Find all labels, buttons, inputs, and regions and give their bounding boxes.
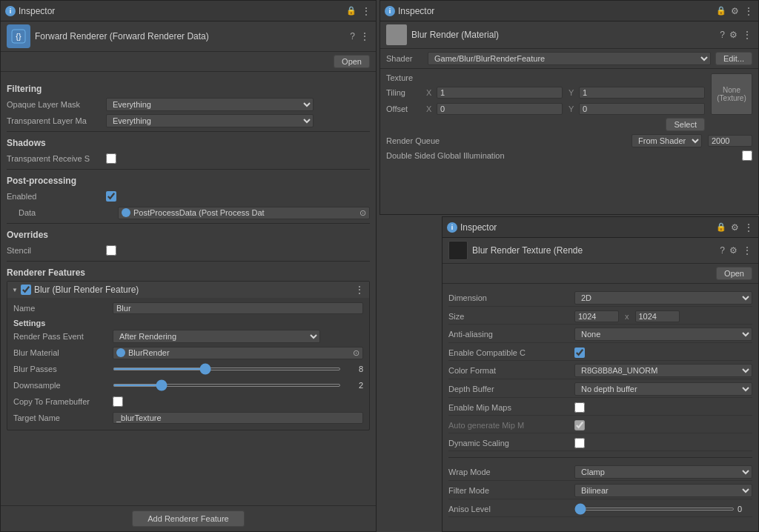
asset3-menu[interactable]: ⋮ (742, 245, 752, 256)
lock-icon2[interactable]: 🔒 (716, 6, 726, 16)
tiling-y-group: Y (569, 87, 705, 99)
size-width-input[interactable] (574, 310, 619, 322)
wrap-mode-select[interactable]: Clamp (574, 465, 752, 479)
post-data-ref[interactable]: PostProcessData (Post Process Dat ⊙ (118, 207, 370, 219)
double-sided-check[interactable] (742, 150, 752, 161)
panel1-menu-icon[interactable]: ⋮ (361, 5, 371, 17)
depth-buffer-select[interactable]: No depth buffer (574, 382, 752, 396)
asset2-title: Blur Render (Material) (411, 30, 715, 40)
downsample-slider-row: 2 (113, 381, 363, 390)
transparent-select[interactable]: Everything (106, 114, 314, 127)
downsample-slider[interactable] (113, 384, 341, 387)
panel2-header: i Inspector 🔒 ⚙ ⋮ (380, 1, 758, 21)
dimension-row: Dimension 2D (448, 290, 752, 307)
enable-mip-check[interactable] (574, 402, 585, 413)
lock-icon3[interactable]: 🔒 (716, 222, 726, 232)
blur-passes-value: 8 (345, 365, 363, 373)
aniso-slider[interactable] (574, 508, 735, 511)
panel3-menu-icon[interactable]: ⋮ (743, 222, 754, 233)
blur-mat-expand[interactable]: ⊙ (353, 348, 359, 358)
target-input[interactable] (113, 412, 363, 424)
aniso-number: 0 (738, 505, 752, 513)
help-icon[interactable]: ? (350, 31, 355, 41)
blur-passes-slider[interactable] (113, 368, 341, 370)
panel2-controls: 🔒 ⚙ ⋮ (716, 5, 754, 17)
dimension-select[interactable]: 2D (574, 291, 752, 305)
settings-icon2[interactable]: ⚙ (729, 30, 738, 40)
render-pass-select[interactable]: After Rendering (113, 330, 320, 343)
blur-material-label: Blur Material (13, 348, 110, 357)
open-button[interactable]: Open (334, 55, 370, 68)
double-sided-label: Double Sided Global Illumination (386, 151, 505, 160)
size-height-input[interactable] (635, 310, 680, 322)
enable-compat-check[interactable] (574, 348, 585, 358)
panel2-menu-icon[interactable]: ⋮ (743, 5, 754, 17)
add-renderer-feature-button[interactable]: Add Renderer Feature (132, 511, 244, 527)
offset-label: Offset (386, 104, 423, 113)
lock-icon[interactable]: 🔒 (346, 6, 357, 16)
panel1-title: Inspector (19, 6, 343, 16)
render-queue-value-input[interactable] (708, 135, 752, 147)
name-row: Name Blur (13, 301, 363, 316)
blur-feature-header[interactable]: ▼ Blur (Blur Render Feature) ⋮ (7, 282, 369, 298)
aniso-label: Aniso Level (448, 505, 574, 513)
asset-menu-icon[interactable]: ⋮ (359, 30, 370, 42)
name-input[interactable]: Blur (113, 302, 363, 314)
shadows-header: Shadows (7, 138, 370, 148)
filter-mode-value: Bilinear (574, 484, 752, 497)
copy-check[interactable] (113, 396, 123, 407)
none-texture-box[interactable]: None (Texture) (711, 73, 752, 115)
color-format-select[interactable]: R8G8B8A8_UNORM (574, 364, 752, 377)
offset-x-input[interactable] (437, 103, 563, 115)
auto-mip-check[interactable] (574, 420, 585, 430)
open-button3[interactable]: Open (716, 267, 752, 280)
renderer-features-header: Renderer Features (7, 267, 370, 278)
panel2-title: Inspector (398, 6, 713, 16)
antialiasing-select[interactable]: None (574, 327, 752, 341)
asset2-header: Blur Render (Material) ? ⚙ ⋮ (380, 21, 758, 49)
select-btn-row: Select (386, 118, 705, 131)
shader-select[interactable]: Game/Blur/BlurRenderFeature (428, 52, 711, 65)
asset2-menu[interactable]: ⋮ (742, 29, 752, 41)
dynamic-scaling-check[interactable] (574, 438, 585, 448)
panel3-settings-icon[interactable]: ⚙ (731, 222, 739, 233)
edit-button[interactable]: Edit... (715, 52, 752, 65)
blur-feature-menu[interactable]: ⋮ (354, 284, 365, 296)
post-data-expand[interactable]: ⊙ (359, 208, 366, 218)
enabled-check[interactable] (106, 191, 116, 202)
settings-icon3[interactable]: ⚙ (729, 245, 738, 256)
blur-material-ref[interactable]: BlurRender ⊙ (113, 347, 363, 359)
help-icon3[interactable]: ? (720, 245, 725, 256)
copy-framebuffer-row: Copy To Framebuffer (13, 394, 363, 409)
offset-row: Offset X Y (386, 102, 705, 116)
panel1-controls: 🔒 ⋮ (346, 5, 371, 17)
filter-mode-select[interactable]: Bilinear (574, 484, 752, 497)
stencil-label: Stencil (7, 246, 103, 255)
depth-buffer-row: Depth Buffer No depth buffer (448, 381, 752, 398)
post-data-value: PostProcessData (Post Process Dat (133, 208, 265, 217)
shader-label: Shader (386, 54, 423, 63)
transparent-receive-label: Transparent Receive S (7, 154, 103, 163)
stencil-check[interactable] (106, 245, 116, 256)
blur-feature-settings: Name Blur Settings Render Pass Event Aft… (7, 298, 369, 430)
help-icon2[interactable]: ? (720, 30, 725, 40)
blur-feature-check[interactable] (21, 285, 31, 295)
info-icon3: i (447, 222, 457, 233)
texture-fields: Texture Tiling X Y Of (386, 73, 705, 131)
transparent-layer-row: Transparent Layer Ma Everything (7, 113, 370, 128)
panel2-settings-icon[interactable]: ⚙ (731, 6, 739, 16)
auto-mip-value (574, 420, 752, 430)
offset-y-input[interactable] (579, 103, 705, 115)
render-queue-select[interactable]: From Shader (632, 134, 702, 147)
transparent-receive-check[interactable] (106, 153, 116, 164)
target-label: Target Name (13, 413, 110, 422)
svg-text:{}: {} (16, 32, 21, 41)
size-row: Size x (448, 308, 752, 325)
offset-x-group: X (426, 103, 563, 115)
tiling-y-input[interactable] (579, 87, 705, 99)
select-button[interactable]: Select (666, 118, 705, 131)
tiling-x-input[interactable] (437, 87, 563, 99)
opaque-select[interactable]: Everything (106, 98, 314, 111)
asset-icon: {} (7, 24, 30, 48)
downsample-label: Downsample (13, 381, 110, 390)
